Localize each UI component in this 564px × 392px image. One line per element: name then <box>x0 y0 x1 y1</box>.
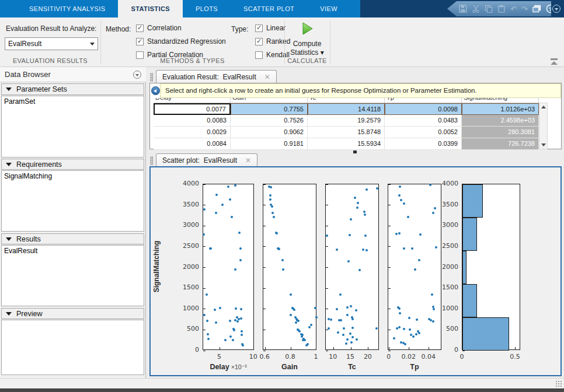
table-cell[interactable]: 0.0083 <box>154 115 231 127</box>
tab-scatter-plot-label: Scatter plot: EvalResult <box>162 156 237 164</box>
data-point <box>412 335 415 338</box>
column-header-tp[interactable]: Tp <box>385 98 462 103</box>
y-tick-label: 500 <box>434 325 458 332</box>
table-row[interactable]: 0.00840.918115.59340.0399726.7238 <box>154 138 539 150</box>
tab-drag-handle[interactable] <box>150 73 153 82</box>
scatter-figure: SignalMatching 5100500100015002000250030… <box>151 167 560 375</box>
table-cell[interactable]: 0.0098 <box>385 103 462 115</box>
list-item-signalmatching[interactable]: SignalMatching <box>2 171 144 181</box>
layout-icon[interactable] <box>532 4 541 13</box>
copy-icon[interactable] <box>485 4 493 13</box>
table-cell[interactable]: 0.9062 <box>231 127 308 138</box>
toolstrip-tab-scatter-plot[interactable]: SCATTER PLOT <box>231 0 307 18</box>
x-tick-label: 0.04 <box>417 353 440 360</box>
toolstrip-tab-sensitivity-analysis[interactable]: SENSITIVITY ANALYSIS <box>16 0 118 18</box>
table-row[interactable]: 0.00770.775514.41180.00981.0126e+03 <box>154 103 539 115</box>
table-cell[interactable]: 0.0084 <box>154 138 231 150</box>
toolstrip-tab-statistics[interactable]: STATISTICS <box>118 0 183 18</box>
close-icon[interactable]: ✕ <box>245 156 251 164</box>
splitter-handle[interactable] <box>353 150 357 153</box>
section-header-requirements[interactable]: Requirements <box>1 159 144 170</box>
data-point <box>398 326 401 328</box>
resize-grip[interactable] <box>555 380 562 387</box>
table-cell[interactable]: 0.9181 <box>231 138 308 150</box>
table-cell[interactable]: 0.0483 <box>385 115 462 127</box>
list-item-paramset[interactable]: ParamSet <box>2 96 144 106</box>
table-cell[interactable]: 1.0126e+03 <box>462 103 539 115</box>
section-header-parameter-sets[interactable]: Parameter Sets <box>1 83 144 95</box>
checkbox-standardized-regression[interactable]: Standardized Regression <box>136 37 226 46</box>
y-tick <box>388 330 391 330</box>
toolbar-options-icon[interactable] <box>552 5 560 13</box>
checkbox-correlation[interactable]: Correlation <box>136 24 182 32</box>
toolstrip-tab-view[interactable]: VIEW <box>307 0 350 18</box>
y-tick <box>326 205 328 205</box>
table-cell[interactable]: 0.0052 <box>385 127 462 138</box>
table-cell[interactable]: 19.2579 <box>308 115 385 127</box>
tab-drag-handle[interactable] <box>150 156 153 165</box>
data-point <box>419 233 422 236</box>
undo-icon[interactable]: ↶ <box>510 4 517 13</box>
data-point <box>351 318 354 320</box>
checkbox-icon[interactable] <box>255 38 263 46</box>
section-list-results: EvalResult <box>1 245 144 306</box>
table-row[interactable]: 0.00830.752619.25790.04832.4598e+03 <box>154 115 539 127</box>
panel-menu-icon[interactable] <box>133 71 141 79</box>
scroll-down-icon[interactable] <box>539 141 547 149</box>
table-cell[interactable]: 15.5934 <box>308 138 385 150</box>
table-cell[interactable]: 0.0077 <box>154 103 231 115</box>
checkbox-ranked[interactable]: Ranked <box>255 37 290 46</box>
table-cell[interactable]: 0.0399 <box>385 138 462 150</box>
checkbox-icon[interactable] <box>255 24 263 32</box>
collapse-info-icon[interactable] <box>151 86 160 95</box>
scroll-up-icon[interactable] <box>539 103 547 111</box>
data-point <box>415 333 417 335</box>
collapse-ribbon-icon[interactable] <box>550 58 558 65</box>
list-item-evalresult[interactable]: EvalResult <box>2 246 144 256</box>
y-tick <box>203 246 206 247</box>
section-header-results[interactable]: Results <box>1 233 144 244</box>
y-tick-label: 0 <box>175 346 199 354</box>
data-point <box>343 327 345 330</box>
table-cell[interactable]: 726.7238 <box>462 138 539 150</box>
checkbox-icon[interactable] <box>136 38 144 46</box>
x-tick <box>291 347 291 349</box>
y-tick <box>263 330 266 330</box>
table-cell[interactable]: 0.7755 <box>231 103 308 115</box>
section-list-parameter-sets: ParamSet <box>1 96 144 158</box>
eval-result-dropdown[interactable]: EvalResult <box>5 37 98 50</box>
table-row[interactable]: 0.00290.906215.87480.0052280.3081 <box>154 127 539 138</box>
column-header-tc[interactable]: Tc <box>308 98 385 103</box>
paste-icon[interactable] <box>497 4 506 13</box>
close-icon[interactable]: ✕ <box>264 73 270 81</box>
table-cell[interactable]: 0.7526 <box>231 115 308 127</box>
column-header-signalmatching[interactable]: SignalMatching <box>462 98 539 103</box>
x-tick <box>220 347 220 349</box>
redo-icon[interactable]: ↷ <box>521 4 528 13</box>
save-icon[interactable] <box>459 4 467 13</box>
table-cell[interactable]: 280.3081 <box>462 127 539 138</box>
y-tick <box>326 288 328 289</box>
column-header-delay[interactable]: Delay <box>154 98 231 103</box>
table-scrollbar[interactable] <box>539 103 548 149</box>
checkbox-linear[interactable]: Linear <box>255 24 286 32</box>
section-calculate: CALCULATE <box>284 57 330 64</box>
table-cell[interactable]: 2.4598e+03 <box>462 115 539 127</box>
data-point <box>221 204 224 206</box>
data-point <box>432 212 434 214</box>
checkbox-icon[interactable] <box>136 24 144 32</box>
data-point <box>339 293 342 296</box>
tab-evaluation-result[interactable]: Evaluation Result: EvalResult ✕ <box>156 70 277 83</box>
column-header-gain[interactable]: Gain <box>231 98 308 103</box>
data-point <box>229 198 231 201</box>
data-point <box>408 317 410 319</box>
table-cell[interactable]: 15.8748 <box>308 127 385 138</box>
y-tick <box>263 184 266 185</box>
scatter-axes-tc <box>325 184 379 350</box>
table-cell[interactable]: 14.4118 <box>308 103 385 115</box>
tab-scatter-plot[interactable]: Scatter plot: EvalResult ✕ <box>156 153 257 166</box>
section-header-preview[interactable]: Preview <box>1 308 144 319</box>
table-cell[interactable]: 0.0029 <box>154 127 231 138</box>
cut-icon[interactable] <box>472 4 480 13</box>
toolstrip-tab-plots[interactable]: PLOTS <box>183 0 231 18</box>
